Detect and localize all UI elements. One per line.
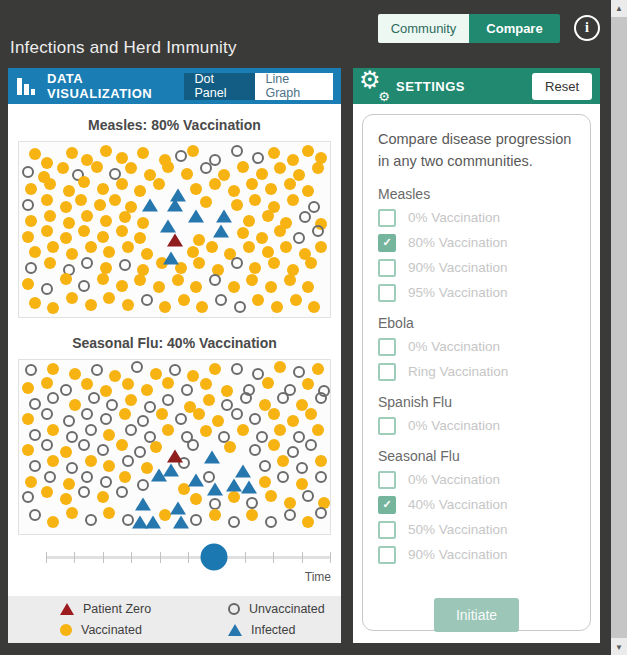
dot-vaccinated: [25, 215, 37, 227]
initiate-button[interactable]: Initiate: [434, 598, 519, 632]
checkbox-checked[interactable]: ✓: [378, 234, 396, 252]
dot-unvaccinated: [100, 476, 112, 488]
dot-vaccinated: [200, 425, 212, 437]
vaccination-option[interactable]: 90% Vaccination: [378, 259, 575, 277]
dot-vaccinated: [69, 368, 81, 380]
checkbox-unchecked[interactable]: [378, 521, 396, 539]
tab-compare[interactable]: Compare: [469, 14, 560, 43]
dot-vaccinated: [109, 370, 121, 382]
info-icon[interactable]: i: [574, 15, 600, 41]
dot-vaccinated: [203, 394, 215, 406]
dot-vaccinated: [66, 292, 78, 304]
vaccination-option[interactable]: ✓40% Vaccination: [378, 496, 575, 514]
data-visualization-card: DATA VISUALIZATION Dot Panel Line Graph …: [8, 68, 341, 643]
checkbox-unchecked[interactable]: [378, 546, 396, 564]
checkbox-unchecked[interactable]: [378, 417, 396, 435]
slider-tick: [131, 552, 132, 563]
line-graph-button[interactable]: Line Graph: [255, 73, 333, 100]
infected-icon: [228, 624, 242, 636]
checkbox-unchecked[interactable]: [378, 284, 396, 302]
dot-vaccinated: [187, 145, 199, 157]
dot-vaccinated: [302, 516, 314, 528]
dot-unvaccinated: [85, 514, 97, 526]
dot-vaccinated: [100, 215, 112, 227]
dot-panel-button[interactable]: Dot Panel: [184, 73, 255, 100]
checkbox-unchecked[interactable]: [378, 338, 396, 356]
dot-unvaccinated: [131, 361, 143, 373]
vaccination-option[interactable]: ✓80% Vaccination: [378, 234, 575, 252]
vaccination-option[interactable]: 90% Vaccination: [378, 546, 575, 564]
option-label: 0% Vaccination: [408, 339, 500, 354]
dot-vaccinated: [274, 424, 286, 436]
dot-vaccinated: [47, 302, 59, 314]
dot-vaccinated: [63, 478, 75, 490]
dot-vaccinated: [249, 262, 261, 274]
checkbox-checked[interactable]: ✓: [378, 496, 396, 514]
vaccination-option[interactable]: Ring Vaccination: [378, 363, 575, 381]
dot-unvaccinated: [25, 262, 37, 274]
dot-unvaccinated: [137, 479, 149, 491]
dot-unvaccinated: [284, 509, 296, 521]
vaccination-option[interactable]: 0% Vaccination: [378, 417, 575, 435]
dot-vaccinated: [200, 196, 212, 208]
legend-label: Patient Zero: [83, 602, 151, 616]
dot-vaccinated: [41, 486, 53, 498]
dot-vaccinated: [302, 378, 314, 390]
dot-infected: [235, 465, 251, 478]
checkbox-unchecked[interactable]: [378, 209, 396, 227]
legend-label: Vaccinated: [81, 623, 142, 637]
scrollbar-thumb[interactable]: [611, 17, 627, 638]
dot-unvaccinated: [66, 431, 78, 443]
dot-vaccinated: [221, 385, 233, 397]
group-label: Measles: [378, 186, 575, 202]
dot-infected: [170, 501, 186, 514]
dot-unvaccinated: [91, 364, 103, 376]
dot-vaccinated: [22, 382, 34, 394]
vaccination-option[interactable]: 0% Vaccination: [378, 209, 575, 227]
vaccination-option[interactable]: 0% Vaccination: [378, 338, 575, 356]
dot-unvaccinated: [259, 460, 271, 472]
dot-vaccinated: [47, 455, 59, 467]
dot-vaccinated: [66, 248, 78, 260]
dot-vaccinated: [103, 292, 115, 304]
dot-vaccinated: [212, 415, 224, 427]
scroll-up-icon[interactable]: ▲: [611, 0, 627, 16]
settings-instruction: Compare disease progression in any two c…: [378, 128, 575, 173]
dot-vaccinated: [209, 178, 221, 190]
dot-vaccinated: [85, 241, 97, 253]
checkbox-unchecked[interactable]: [378, 363, 396, 381]
vaccination-option[interactable]: 50% Vaccination: [378, 521, 575, 539]
scroll-down-icon[interactable]: ▼: [611, 639, 627, 655]
dot-infected: [207, 482, 223, 495]
dot-unvaccinated: [29, 429, 41, 441]
viz-title: DATA VISUALIZATION: [47, 71, 184, 101]
settings-groups: Measles0% Vaccination✓80% Vaccination90%…: [378, 186, 575, 564]
dot-infected: [188, 209, 204, 222]
slider-tick: [46, 552, 47, 563]
vaccination-option[interactable]: 95% Vaccination: [378, 284, 575, 302]
slider-tick: [330, 552, 331, 563]
dot-unvaccinated: [252, 152, 264, 164]
time-slider-handle[interactable]: [201, 544, 228, 571]
dot-unvaccinated: [240, 392, 252, 404]
checkbox-unchecked[interactable]: [378, 471, 396, 489]
slider-tick: [160, 552, 161, 563]
dot-unvaccinated: [78, 486, 90, 498]
dot-infected: [160, 220, 176, 233]
slider-tick: [103, 552, 104, 563]
dot-unvaccinated: [308, 201, 320, 213]
reset-button[interactable]: Reset: [532, 73, 592, 100]
checkbox-unchecked[interactable]: [378, 259, 396, 277]
dot-unvaccinated: [169, 364, 181, 376]
dot-vaccinated: [228, 281, 240, 293]
dot-vaccinated: [29, 297, 41, 309]
tab-community[interactable]: Community: [378, 14, 469, 43]
flu-panel-title: Seasonal Flu: 40% Vaccination: [8, 335, 341, 351]
dot-vaccinated: [25, 476, 37, 488]
dot-vaccinated: [302, 185, 314, 197]
dot-vaccinated: [81, 210, 93, 222]
dot-unvaccinated: [22, 166, 34, 178]
vaccination-option[interactable]: 0% Vaccination: [378, 471, 575, 489]
legend-item-unvaccinated: Unvaccinated: [228, 602, 341, 616]
legend-label: Infected: [251, 623, 295, 637]
